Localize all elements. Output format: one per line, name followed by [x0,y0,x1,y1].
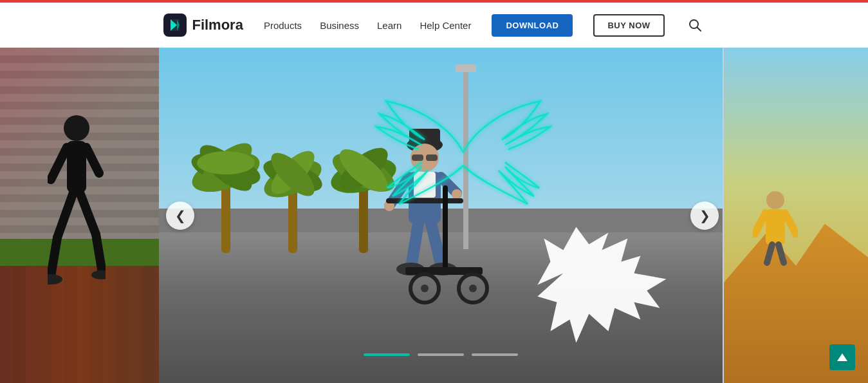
main-nav: Products Business Learn Help Center [264,20,472,31]
carousel-dot-3[interactable] [472,353,518,356]
back-to-top-button[interactable] [829,344,855,370]
svg-line-7 [51,147,67,180]
chevron-up-icon [836,351,849,364]
nav-item-products[interactable]: Products [264,20,302,31]
carousel-next-button[interactable]: ❯ [690,201,719,230]
logo-icon [163,14,187,37]
svg-marker-59 [837,353,847,361]
svg-line-19 [767,245,772,263]
download-button[interactable]: DOWNLOAD [492,14,573,37]
palm-tree-2 [261,137,325,256]
svg-line-8 [86,147,99,173]
buy-now-button[interactable]: BUY NOW [593,14,664,37]
svg-line-11 [80,192,96,234]
svg-point-5 [64,115,89,141]
svg-point-14 [91,270,106,279]
header: Filmora Products Business Learn Help Cen… [0,3,868,48]
desert-figure [753,189,798,266]
neon-wings [373,88,553,217]
carousel-dot-2[interactable] [418,353,464,356]
svg-line-10 [51,238,57,276]
search-icon [688,18,702,32]
logo-text: Filmora [192,17,243,33]
carousel-dots [159,353,723,356]
svg-line-49 [431,223,441,264]
svg-line-48 [412,223,418,264]
logo[interactable]: Filmora [163,14,243,37]
panel-left [0,48,159,383]
svg-point-15 [766,191,784,209]
search-button[interactable] [685,15,705,35]
nav-item-help-center[interactable]: Help Center [420,20,471,31]
svg-line-12 [96,234,102,273]
svg-line-4 [697,28,701,32]
svg-line-17 [755,213,766,234]
carousel-prev-button[interactable]: ❮ [166,201,194,230]
carousel-dot-1[interactable] [364,353,410,356]
lamp-head [456,64,476,72]
palm-tree-1 [187,124,264,256]
nav-item-business[interactable]: Business [320,20,359,31]
panel-right [724,48,868,383]
svg-point-26 [197,151,255,174]
svg-point-56 [421,285,429,292]
carousel: ❮ ❯ [0,48,868,383]
svg-point-58 [469,285,477,292]
nav-item-learn[interactable]: Learn [377,20,402,31]
runner-silhouette [48,109,106,289]
svg-line-9 [57,192,73,238]
svg-point-13 [48,274,62,285]
svg-line-18 [785,213,796,234]
panel-center [159,48,723,383]
svg-line-20 [779,245,784,263]
